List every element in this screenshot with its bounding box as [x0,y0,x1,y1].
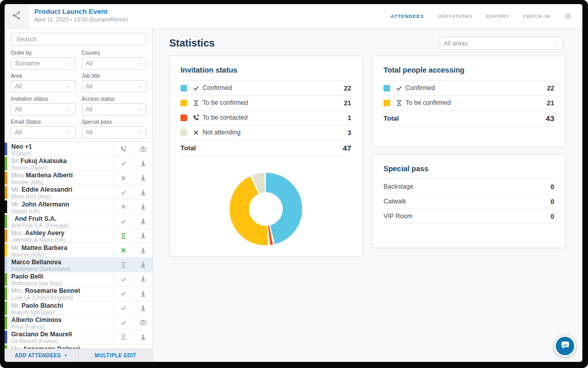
stat-row: Catwalk0 [383,194,554,209]
card-title: Invitation status [180,56,351,81]
category-color-stripe [5,172,7,185]
nav-item-invitations[interactable]: INVITATIONS [438,13,472,19]
legend-color-square [180,100,187,106]
attendee-company-country: Multimarca Spa (Italy) [11,281,110,286]
legend-color-square [180,129,187,136]
category-color-stripe [5,316,7,329]
attendee-row[interactable]: Graciano De MaurellDe Maurell (France) [5,330,152,344]
chat-bubble-icon [559,339,571,353]
filter-field-email-status: Email StatusAll [11,118,76,139]
stat-value: 0 [551,183,554,191]
attendee-row[interactable]: MissMarilena AlbertiKessler (Italy) [5,171,152,186]
gear-icon[interactable] [564,12,572,20]
attendee-row[interactable]: SirFukuj AkatsukaSonron (Japan) [5,156,152,171]
chevron-down-icon [66,130,72,135]
nav-item-check-in[interactable]: CHECK-IN [523,13,551,19]
basket-icon [133,344,152,349]
filter-select-country[interactable]: All [82,57,147,70]
attendee-company-country: Bianchi SpA (Italy) [11,310,110,315]
category-color-stripe [5,200,7,213]
statistics-panel: Statistics All areas Invitation status C… [153,29,582,362]
stat-value: 21 [344,99,351,107]
legend-color-square [383,85,390,91]
nav-item-attendees[interactable]: ATTENDEES [391,13,424,19]
attendee-row[interactable]: Mrs.Rosemarie BennetLove Uk (United King… [5,287,152,301]
filter-select-job-title[interactable]: All [82,80,147,93]
attendee-company-country: And Fruit S.A. (Portugal) [11,223,110,228]
check-icon [114,156,133,170]
attendee-title-prefix: Mr. [11,302,20,309]
hourglass-icon [114,229,133,243]
area-filter-select[interactable]: All areas [440,37,563,50]
attendee-row[interactable]: Mr.Paolo BianchiBianchi SpA (Italy) [5,301,152,315]
legend-color-square [180,114,187,121]
attendee-row[interactable]: Mr.John AltermannHarper (UK) [5,200,152,214]
filter-field-access-status: Access statusAll [82,95,147,116]
attendee-title-prefix: Ms. [11,346,21,349]
filter-select-area[interactable]: All [11,80,76,93]
chat-messenger-button[interactable] [554,335,576,357]
hourglass-icon [396,100,402,106]
check-icon [114,287,133,301]
caret-up-icon [63,353,68,358]
attendee-row[interactable]: Neo +1(France) [5,142,152,156]
attendee-name: And Fruit S.A. [14,215,56,222]
person-icon [133,186,152,199]
page-title: Statistics [169,37,215,49]
check-icon [114,316,133,330]
total-row: Total 43 [383,110,554,126]
filter-select-access-status[interactable]: All [82,103,147,116]
filter-label: Country [82,50,147,56]
stat-row: To be contacted1 [180,110,351,125]
person-icon [133,287,152,301]
attendee-row[interactable]: Mrs.Ashley AveryJohnston & Marks (UK) [5,229,152,243]
x-icon [114,171,133,185]
search-input[interactable] [11,33,146,45]
phone-icon [114,142,133,156]
x-icon [114,200,133,214]
attendee-company-country: Kessler (Italy) [11,179,110,185]
filter-field-invitation-status: Invitation statusAll [11,95,76,116]
attendee-title-prefix: Sir [11,157,19,165]
category-color-stripe [5,258,7,271]
filter-field-country: CountryAll [82,49,147,70]
attendee-company-country: (France) [11,151,110,156]
attendees-sidebar: Order bySurnameCountryAllAreaAllJob titl… [5,29,153,362]
filter-select-invitation-status[interactable]: All [11,103,76,116]
card-title: Special pass [383,155,554,179]
person-icon [133,243,152,257]
filter-label: Job title [82,73,147,79]
nav-item-export[interactable]: EXPORT [486,13,509,19]
attendee-row[interactable]: Mr.Matteo BarberaMancini (Italy) [5,243,152,258]
attendee-row[interactable]: .And Fruit S.A.And Fruit S.A. (Portugal) [5,214,152,228]
hourglass-icon [114,330,133,344]
stat-row: Backstage0 [383,179,554,194]
attendee-company-country: Mancini (Italy) [11,252,110,258]
x-icon [114,243,133,257]
attendee-row[interactable]: Mr.Eddie AlessandriMoen Rice (Italy) [5,186,152,200]
card-title: Total people accessing [383,56,554,81]
attendee-row[interactable]: Ms.Annamaria Deliperi [5,344,152,349]
filter-select-email-status[interactable]: All [11,126,76,139]
multiple-edit-button[interactable]: MULTIPLE EDIT [79,349,152,362]
person-icon [133,272,152,286]
person-icon [133,258,152,271]
attendee-row[interactable]: Paolo BelliMultimarca Spa (Italy) [5,272,152,287]
filter-select-order-by[interactable]: Surname [11,57,76,70]
person-icon [133,200,152,214]
category-color-stripe [5,186,7,199]
invitation-status-card: Invitation status Confirmed22To be confi… [169,56,363,257]
filter-select-special-pass[interactable]: All [82,126,147,139]
legend-color-square [383,100,390,106]
stat-value: 0 [551,213,554,220]
stat-row: To be confirmed21 [180,96,351,110]
share-button[interactable] [5,4,29,28]
chevron-down-icon [137,130,142,135]
stat-label: Confirmed [405,84,435,91]
sidebar-footer: ADD ATTENDEES MULTIPLE EDIT [5,349,152,362]
add-attendees-button[interactable]: ADD ATTENDEES [5,349,79,362]
attendee-row[interactable]: Alberto CiminiosPrisa (France) [5,316,152,330]
attendee-row[interactable]: Marco BellanovaBarthelemy (Switzerland) [5,258,152,272]
category-color-stripe [5,345,7,349]
person-icon [133,229,152,243]
